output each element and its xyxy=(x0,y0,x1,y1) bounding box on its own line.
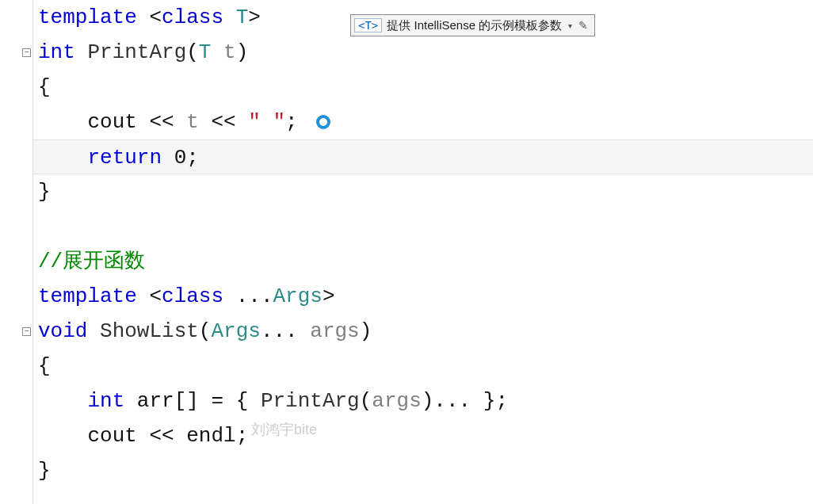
punct: < xyxy=(137,6,162,29)
string-literal: " " xyxy=(248,110,285,134)
code-line[interactable]: { xyxy=(38,349,813,384)
indent xyxy=(38,146,87,170)
code-area[interactable]: template <class T> int PrintArg(T t) { c… xyxy=(33,0,813,504)
gutter: − − xyxy=(0,0,33,504)
tooltip-text: 提供 IntelliSense 的示例模板参数 xyxy=(387,18,565,33)
punct: > xyxy=(323,284,335,308)
identifier: arr xyxy=(137,389,174,413)
punct: ( xyxy=(360,389,372,413)
intellisense-tooltip[interactable]: <T> 提供 IntelliSense 的示例模板参数 ▾ ✎ xyxy=(350,14,595,36)
function-name: PrintArg xyxy=(87,40,186,64)
brace: { xyxy=(38,354,51,378)
punct: ... xyxy=(433,389,483,413)
operator: << xyxy=(137,424,186,448)
function-name: ShowList xyxy=(100,319,199,343)
code-line[interactable]: void ShowList(Args... args) xyxy=(38,314,813,349)
type-param: T xyxy=(236,6,249,29)
indent xyxy=(38,389,87,413)
param: t xyxy=(223,40,236,64)
punct: = { xyxy=(199,389,261,413)
keyword: class xyxy=(162,6,223,29)
punct: }; xyxy=(483,389,508,413)
code-line[interactable]: cout << endl; xyxy=(38,418,813,453)
keyword: template xyxy=(38,6,137,29)
punct: ( xyxy=(199,319,212,343)
space xyxy=(124,389,137,413)
type-param: T xyxy=(199,40,212,64)
edit-icon[interactable]: ✎ xyxy=(575,19,591,32)
keyword: int xyxy=(38,40,75,64)
type-param: Args xyxy=(211,319,260,343)
comment: //展开函数 xyxy=(38,250,145,273)
operator: << xyxy=(199,110,248,134)
punct: ; xyxy=(236,424,249,448)
code-line[interactable]: { xyxy=(38,70,813,105)
code-line[interactable]: } xyxy=(38,174,813,209)
code-line[interactable]: //展开函数 xyxy=(38,244,813,279)
code-line[interactable] xyxy=(38,209,813,244)
keyword: template xyxy=(38,284,137,308)
punct: ; xyxy=(285,110,298,134)
code-line-active[interactable]: return 0; xyxy=(33,139,813,174)
code-line[interactable]: int arr[] = { PrintArg(args)... }; xyxy=(38,384,813,418)
chevron-down-icon[interactable]: ▾ xyxy=(565,21,575,30)
param: t xyxy=(186,110,199,134)
type-param: Args xyxy=(273,284,322,308)
punct: ) xyxy=(236,40,249,64)
function-name: PrintArg xyxy=(261,389,360,413)
indent xyxy=(38,110,87,134)
identifier: endl xyxy=(186,424,235,448)
space xyxy=(75,40,88,64)
type-param-badge: <T> xyxy=(354,18,382,32)
code-line[interactable]: int PrintArg(T t) xyxy=(38,35,813,70)
param: args xyxy=(310,319,359,343)
quick-action-icon[interactable] xyxy=(316,115,330,129)
indent xyxy=(38,424,87,448)
brace: } xyxy=(38,180,51,204)
punct: ( xyxy=(186,40,199,64)
param: args xyxy=(372,389,421,413)
space xyxy=(223,6,236,29)
keyword: return xyxy=(87,146,162,170)
code-editor[interactable]: − − template <class T> int PrintArg(T t)… xyxy=(0,0,813,504)
space xyxy=(87,319,100,343)
keyword: int xyxy=(87,389,124,413)
brace: { xyxy=(38,75,51,99)
brace: } xyxy=(38,459,51,483)
punct: > xyxy=(248,6,261,29)
number: 0 xyxy=(174,146,187,170)
space xyxy=(211,40,223,64)
fold-toggle-icon[interactable]: − xyxy=(22,48,31,57)
keyword: class xyxy=(162,284,223,308)
punct: ; xyxy=(186,146,199,170)
space xyxy=(223,284,236,308)
punct: ... xyxy=(261,319,310,343)
code-line[interactable]: } xyxy=(38,453,813,488)
operator: << xyxy=(137,110,186,134)
fold-toggle-icon[interactable]: − xyxy=(22,327,31,336)
punct: < xyxy=(137,284,162,308)
identifier: cout xyxy=(87,424,136,448)
identifier: cout xyxy=(87,110,136,134)
keyword: void xyxy=(38,319,87,343)
punct: ... xyxy=(236,284,273,308)
space xyxy=(162,146,174,170)
punct: ) xyxy=(360,319,372,343)
code-line[interactable]: cout << t << " "; xyxy=(38,105,813,139)
punct: [] xyxy=(174,389,199,413)
punct: ) xyxy=(422,389,434,413)
code-line[interactable]: template <class ...Args> xyxy=(38,279,813,314)
